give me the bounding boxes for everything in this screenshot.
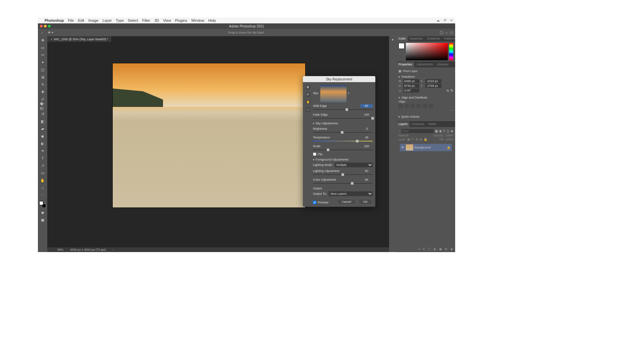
brightness-slider[interactable] [313,131,373,134]
sky-preset-thumb[interactable] [320,85,346,102]
frame-tool-icon[interactable]: ⊞ [40,74,45,80]
menu-edit[interactable]: Edit [78,18,84,22]
dialog-move-tool-icon[interactable]: ✥ [306,85,310,89]
foreground-adjustments-section[interactable]: Foreground Adjustments [313,158,373,161]
status-menu-icon[interactable]: › [113,248,114,251]
move-tool-icon[interactable]: ✥ [40,38,45,43]
transform-x-input[interactable] [425,79,441,83]
fade-edge-slider[interactable] [313,117,373,120]
align-left-icon[interactable] [398,104,403,108]
search-icon[interactable]: ⌕ [446,31,447,34]
dialog-hand-tool-icon[interactable]: ✋ [306,100,310,104]
transform-w-input[interactable] [403,79,419,83]
menu-layer[interactable]: Layer [103,18,112,22]
cancel-button[interactable]: Cancel [337,199,356,205]
layer-thumb[interactable] [406,144,413,150]
shift-edge-slider[interactable] [313,108,373,111]
lock-pos-icon[interactable]: ✥ [416,138,418,141]
tab-properties[interactable]: Properties [396,62,414,67]
crop-tool-icon[interactable]: ◫ [40,67,45,72]
menu-app[interactable]: Photoshop [45,18,64,22]
scale-slider[interactable] [313,148,373,151]
scale-value[interactable]: 150 [361,144,373,148]
align-bottom-icon[interactable] [429,104,433,108]
tab-swatches[interactable]: Swatches [408,36,425,42]
lock-all-icon[interactable]: 🔒 [424,138,427,141]
align-right-icon[interactable] [411,104,415,108]
blend-mode-select[interactable]: Normal [398,134,408,137]
tab-layers[interactable]: Layers [396,122,410,127]
align-top-icon[interactable] [417,104,421,108]
sky-dropdown-icon[interactable]: ▾ [348,92,351,95]
tab-adjustments[interactable]: Adjustments [414,62,435,67]
sync-icon[interactable]: ⟳ [444,18,446,22]
menu-3d[interactable]: 3D [154,18,159,22]
layer-row[interactable]: 👁 Background 🔒 [400,144,452,151]
adjustment-icon[interactable]: ◐ [434,247,436,251]
edit-toolbar-icon[interactable]: ⋯ [40,192,45,198]
tab-color[interactable]: Color [396,36,408,42]
transform-h-input[interactable] [403,84,419,88]
eraser-tool-icon[interactable]: ◧ [40,119,45,124]
quickmask-icon[interactable]: ◙ [40,210,45,215]
blur-tool-icon[interactable]: ◉ [40,133,45,139]
lock-trans-icon[interactable]: ▦ [407,138,410,141]
more-icon[interactable]: ⋯ [450,109,453,112]
brush-tool-icon[interactable]: ✐ [40,97,45,102]
shift-edge-value[interactable]: 57 [361,104,373,108]
menu-window[interactable]: Window [191,18,204,22]
lasso-tool-icon[interactable]: ✂ [40,52,45,58]
menu-select[interactable]: Select [128,18,138,22]
layer-name[interactable]: Background [415,146,431,149]
filter-adjust-icon[interactable]: ◐ [439,129,442,133]
cloud-icon[interactable]: ☁ [436,18,440,22]
temperature-value[interactable]: 48 [361,136,373,139]
mask-icon[interactable]: ◯ [428,247,431,251]
shape-tool-icon[interactable]: ▭ [40,170,45,176]
fill-value[interactable]: 100% [445,138,453,141]
quickactions-section[interactable]: Quick Actions [398,115,453,118]
hue-slider[interactable] [449,43,453,60]
tab-patterns[interactable]: Patterns [442,36,458,42]
dock-expand-icon[interactable]: ▸ [392,38,394,41]
lighting-adj-value[interactable]: 50 [361,169,373,173]
color-adj-slider[interactable] [313,182,373,185]
flip-h-icon[interactable]: ⇋ [446,89,449,92]
filter-smart-icon[interactable]: ◈ [451,129,453,133]
close-tab-icon[interactable]: × [51,38,52,41]
tab-libraries[interactable]: Libraries [435,62,451,67]
lock-paint-icon[interactable]: ✎ [412,138,414,141]
quickselect-tool-icon[interactable]: ✦ [40,60,45,65]
lighting-adj-slider[interactable] [313,173,373,176]
transform-angle-input[interactable] [403,88,419,93]
wifi-icon[interactable]: ≡ [450,18,452,22]
screenmode-icon[interactable]: ▣ [40,217,45,223]
align-vcenter-icon[interactable] [423,104,427,108]
filter-type-icon[interactable]: T [443,129,445,133]
canvas[interactable] [113,63,305,207]
link-icon[interactable]: ⌀ [418,247,420,251]
menu-view[interactable]: View [163,18,171,22]
lighting-mode-select[interactable]: Multiply [335,163,373,167]
dialog-brush-tool-icon[interactable]: ✐ [306,92,310,97]
tab-paths[interactable]: Paths [426,122,438,127]
tab-gradients[interactable]: Gradients [425,36,442,42]
layers-filter-input[interactable] [401,129,434,133]
color-adj-value[interactable]: 66 [361,178,373,181]
preview-checkbox[interactable] [313,201,316,204]
temperature-slider[interactable] [313,140,373,142]
zoom-level[interactable]: 50% [57,248,63,251]
color-fg-swatch[interactable] [398,43,405,49]
history-brush-tool-icon[interactable]: ↺ [40,111,45,117]
trash-icon[interactable]: 🗑 [450,247,453,251]
filter-shape-icon[interactable]: ▢ [446,129,449,133]
menu-filter[interactable]: Filter [142,18,150,22]
type-tool-icon[interactable]: T [40,156,45,161]
transform-y-input[interactable] [425,84,441,88]
align-hcenter-icon[interactable] [405,104,409,108]
zoom-tool-icon[interactable]: ⌕ [40,185,45,190]
dodge-tool-icon[interactable]: ◐ [40,141,45,146]
workspace-icon[interactable]: ▢ [450,31,453,34]
transform-section[interactable]: Transform [398,75,453,78]
cloud-docs-icon[interactable]: ◯ [440,31,443,34]
